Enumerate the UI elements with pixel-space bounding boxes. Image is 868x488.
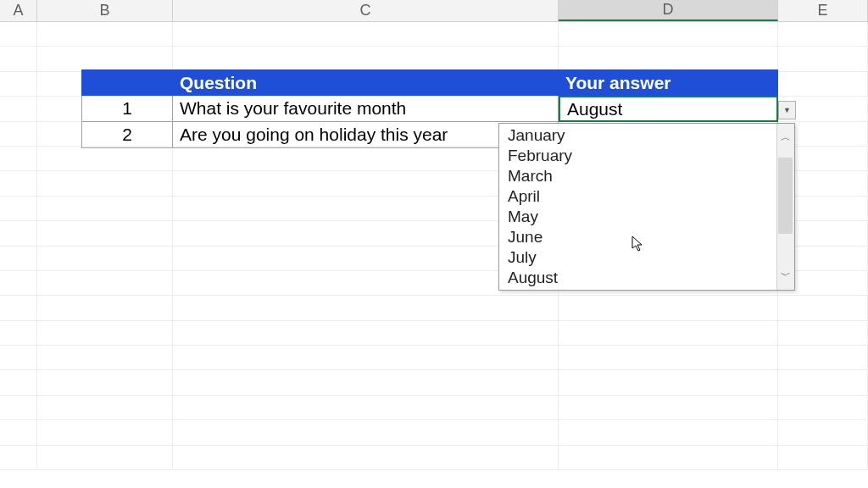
row-number[interactable]: 2 [81, 122, 173, 148]
spreadsheet-grid: A B C D E Question Your answer 1 W [0, 0, 868, 488]
table-header-question[interactable]: Question [173, 69, 559, 96]
answer-value: August [567, 99, 622, 119]
row-number[interactable]: 1 [81, 96, 173, 122]
dropdown-item[interactable]: August [499, 268, 776, 288]
answer-cell-selected[interactable]: August ▼ [559, 96, 778, 122]
question-cell[interactable]: What is your favourite month [173, 96, 559, 122]
table-row: 1 What is your favourite month August ▼ [0, 96, 778, 122]
col-header-C[interactable]: C [173, 0, 559, 21]
table-header-empty [81, 69, 173, 96]
dropdown-item[interactable]: April [499, 186, 776, 207]
col-header-B[interactable]: B [37, 0, 173, 21]
scroll-up-icon[interactable]: ︿ [781, 127, 791, 148]
table-header-row: Question Your answer [0, 69, 778, 96]
scroll-down-icon[interactable]: ﹀ [781, 265, 791, 286]
col-header-D[interactable]: D [559, 0, 778, 21]
dropdown-item[interactable]: March [499, 166, 776, 186]
scroll-thumb[interactable] [778, 158, 793, 234]
dropdown-list: January February March April May June Ju… [499, 124, 776, 290]
dropdown-item[interactable]: July [499, 247, 776, 268]
dropdown-arrow-button[interactable]: ▼ [778, 101, 796, 119]
table-header-answer[interactable]: Your answer [559, 69, 778, 96]
dropdown-item[interactable]: January [499, 125, 776, 146]
dropdown-item[interactable]: June [499, 227, 776, 247]
data-validation-dropdown[interactable]: January February March April May June Ju… [498, 123, 795, 291]
col-header-A[interactable]: A [0, 0, 37, 21]
col-header-E[interactable]: E [778, 0, 868, 21]
dropdown-scrollbar[interactable]: ︿ ﹀ [776, 124, 794, 290]
dropdown-item[interactable]: February [499, 146, 776, 166]
caret-down-icon: ▼ [783, 106, 791, 114]
dropdown-item[interactable]: May [499, 207, 776, 227]
column-headers-row: A B C D E [0, 0, 868, 22]
